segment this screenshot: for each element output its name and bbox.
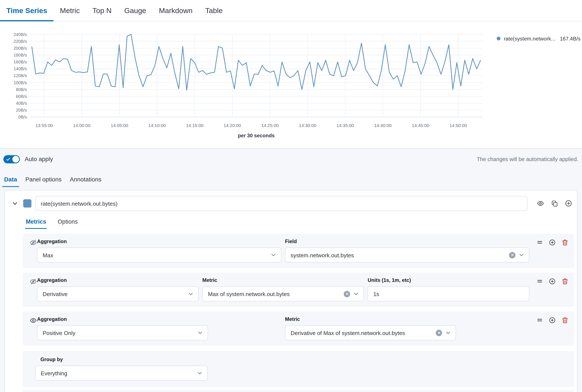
eye-closed-icon[interactable] — [30, 278, 37, 302]
legend-item[interactable]: rate(system.network... 167.4B/s — [497, 36, 580, 42]
legend-color-dot — [497, 37, 500, 40]
svg-text:40B/s: 40B/s — [16, 101, 27, 106]
drag-handle-icon[interactable] — [537, 239, 543, 245]
field-label: Field — [285, 239, 529, 244]
time-series-chart: 240B/s220B/s200B/s180B/s160B/s140B/s120B… — [0, 26, 486, 138]
metric-combobox[interactable]: Derivative of Max of system.network.out.… — [285, 326, 456, 340]
add-metric-icon[interactable] — [549, 317, 555, 324]
aggregation-row: Aggregation Max Field system.network.out… — [23, 234, 574, 268]
series-panel: Metrics Options Aggregation Max — [5, 190, 577, 392]
aggregation-select[interactable]: Derivative — [37, 286, 199, 302]
legend-series-name: rate(system.network... — [504, 36, 555, 42]
tab-panel-options[interactable]: Panel options — [21, 170, 66, 189]
tab-data[interactable]: Data — [0, 170, 21, 189]
series-label-input[interactable] — [36, 196, 527, 211]
panel-type-tabs: Time Series Metric Top N Gauge Markdown … — [0, 0, 582, 21]
svg-text:per 30 seconds: per 30 seconds — [238, 133, 275, 138]
field-combobox[interactable]: system.network.out.bytes — [285, 248, 529, 262]
row-actions — [537, 317, 568, 340]
group-by-panel: Group by Everything — [23, 351, 574, 387]
svg-text:14:50:00: 14:50:00 — [449, 123, 467, 128]
config-tabs: Data Panel options Annotations — [0, 170, 582, 189]
row-actions — [537, 239, 568, 262]
eye-closed-icon[interactable] — [30, 239, 37, 262]
toggle-thumb — [13, 156, 19, 162]
svg-text:14:25:00: 14:25:00 — [261, 123, 279, 128]
clear-selection-icon[interactable] — [344, 291, 350, 297]
svg-text:14:10:00: 14:10:00 — [148, 123, 166, 128]
next-section-partial — [23, 390, 574, 392]
eye-open-icon[interactable] — [30, 317, 37, 340]
delete-metric-icon[interactable] — [562, 278, 568, 285]
chevron-down-icon — [270, 252, 276, 258]
svg-text:60B/s: 60B/s — [16, 94, 27, 99]
auto-apply-bar: Auto apply The changes will be automatic… — [0, 148, 582, 170]
legend-series-value: 167.4B/s — [560, 36, 580, 42]
svg-text:100B/s: 100B/s — [14, 80, 27, 85]
svg-text:14:15:00: 14:15:00 — [186, 123, 204, 128]
tab-markdown[interactable]: Markdown — [153, 0, 199, 21]
aggregation-row: Aggregation Derivative Metric Max of sys… — [23, 272, 574, 307]
units-input[interactable] — [368, 286, 529, 302]
svg-text:20B/s: 20B/s — [16, 108, 27, 112]
chevron-down-icon[interactable] — [12, 200, 20, 207]
clear-selection-icon[interactable] — [509, 252, 515, 258]
auto-apply-toggle[interactable] — [4, 155, 20, 163]
series-header-row — [12, 196, 574, 211]
add-metric-icon[interactable] — [549, 278, 555, 285]
tab-annotations[interactable]: Annotations — [66, 170, 106, 189]
chart-legend: rate(system.network... 167.4B/s — [486, 26, 582, 138]
svg-text:160B/s: 160B/s — [14, 60, 27, 64]
aggregation-select[interactable]: Positive Only — [37, 326, 208, 340]
clone-series-icon[interactable] — [551, 200, 558, 207]
svg-text:14:00:00: 14:00:00 — [73, 123, 91, 128]
add-metric-icon[interactable] — [549, 239, 555, 246]
clear-selection-icon[interactable] — [436, 330, 442, 336]
auto-apply-label: Auto apply — [25, 156, 53, 162]
chevron-down-icon — [353, 291, 359, 297]
select-value: Everything — [41, 370, 194, 376]
svg-text:180B/s: 180B/s — [14, 53, 27, 58]
tab-metric[interactable]: Metric — [54, 0, 86, 21]
add-series-icon[interactable] — [565, 200, 572, 207]
select-value: Max — [43, 252, 267, 258]
combo-value: Max of system.network.out.bytes — [208, 291, 341, 297]
tab-label: Metrics — [26, 218, 46, 225]
eye-icon[interactable] — [537, 200, 544, 207]
series-actions — [537, 200, 572, 207]
tab-time-series[interactable]: Time Series — [0, 0, 54, 21]
chevron-down-icon — [197, 370, 203, 376]
group-by-select[interactable]: Everything — [35, 366, 208, 381]
drag-handle-icon[interactable] — [537, 317, 543, 323]
tab-top-n[interactable]: Top N — [86, 0, 118, 21]
tab-label: Options — [58, 218, 78, 225]
metric-combobox[interactable]: Max of system.network.out.bytes — [202, 286, 364, 302]
tab-label: Table — [205, 6, 223, 15]
tab-gauge[interactable]: Gauge — [118, 0, 153, 21]
svg-text:0B/s: 0B/s — [19, 114, 27, 119]
tab-options[interactable]: Options — [57, 216, 79, 229]
svg-text:14:05:00: 14:05:00 — [111, 123, 128, 128]
metric-label: Metric — [202, 278, 364, 283]
combo-value: system.network.out.bytes — [291, 252, 506, 258]
drag-handle-icon[interactable] — [537, 278, 543, 284]
combo-value: Derivative of Max of system.network.out.… — [291, 330, 433, 336]
svg-text:80B/s: 80B/s — [16, 87, 27, 92]
chart-section: 240B/s220B/s200B/s180B/s160B/s140B/s120B… — [0, 21, 582, 148]
aggregation-select[interactable]: Max — [37, 248, 281, 262]
delete-metric-icon[interactable] — [562, 239, 568, 246]
series-color-swatch[interactable] — [23, 199, 31, 207]
svg-text:14:35:00: 14:35:00 — [336, 123, 354, 128]
auto-apply-help-text: The changes will be automatically applie… — [476, 156, 578, 162]
select-value: Derivative — [43, 291, 185, 297]
tab-metrics[interactable]: Metrics — [25, 216, 47, 229]
tab-label: Metric — [60, 6, 80, 15]
aggregations-list: Aggregation Max Field system.network.out… — [23, 234, 574, 346]
chevron-down-icon — [188, 291, 194, 297]
group-by-label: Group by — [41, 357, 568, 362]
editor-area: Auto apply The changes will be automatic… — [0, 148, 582, 392]
aggregation-row: Aggregation Positive Only Metric Derivat… — [23, 312, 574, 346]
delete-metric-icon[interactable] — [562, 317, 568, 324]
tab-label: Time Series — [7, 6, 47, 15]
tab-table[interactable]: Table — [199, 0, 229, 21]
